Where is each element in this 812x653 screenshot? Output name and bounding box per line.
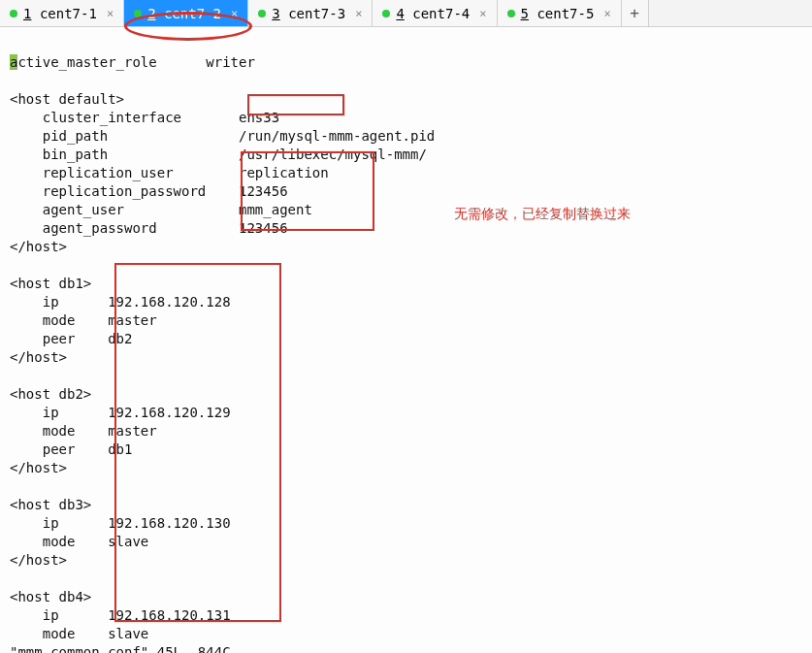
tab-number: 4 cent7-4: [396, 6, 470, 21]
terminal-line: ip 192.168.120.129: [10, 405, 231, 420]
terminal-line: <host db2>: [10, 386, 91, 402]
tab-number: 3 cent7-3: [272, 6, 345, 21]
tab-number: 1 cent7-1: [23, 6, 97, 21]
terminal-line: agent_password 123456: [10, 220, 288, 236]
close-icon[interactable]: ×: [231, 7, 238, 20]
close-icon[interactable]: ×: [355, 7, 362, 20]
terminal-line: bin_path /usr/libexec/mysql-mmm/: [10, 147, 427, 162]
terminal-line: <host db1>: [10, 276, 91, 291]
status-dot-icon: [507, 10, 515, 17]
terminal-line: </host>: [10, 460, 67, 475]
status-line: "mmm common.conf" 45L, 844C: [10, 644, 231, 653]
terminal-line: peer db2: [10, 331, 132, 346]
terminal-line: mode slave: [10, 626, 148, 641]
terminal-line: mode master: [10, 312, 157, 328]
terminal-output[interactable]: active_master_role writer <host default>…: [0, 27, 812, 653]
terminal-line: mode master: [10, 423, 157, 439]
tab-number: 5 cent7-5: [521, 6, 595, 21]
tab-cent7-2[interactable]: 2 cent7-2 ×: [124, 0, 248, 26]
terminal-line: mode slave: [10, 534, 148, 549]
close-icon[interactable]: ×: [479, 7, 486, 20]
terminal-line: agent_user mmm_agent: [10, 202, 312, 217]
tab-cent7-5[interactable]: 5 cent7-5 ×: [498, 0, 622, 26]
tab-bar: 1 cent7-1 × 2 cent7-2 × 3 cent7-3 × 4 ce…: [0, 0, 812, 27]
status-dot-icon: [258, 10, 266, 17]
close-icon[interactable]: ×: [107, 7, 114, 20]
terminal-line: <host db3>: [10, 497, 91, 512]
tab-cent7-1[interactable]: 1 cent7-1 ×: [0, 0, 124, 26]
terminal-line: <host default>: [10, 91, 124, 107]
status-dot-icon: [382, 10, 390, 17]
close-icon[interactable]: ×: [603, 7, 610, 20]
terminal-line: pid_path /run/mysql-mmm-agent.pid: [10, 128, 435, 144]
terminal-line: peer db1: [10, 441, 132, 457]
add-tab-button[interactable]: +: [622, 0, 649, 26]
tab-number: 2 cent7-2: [147, 6, 221, 21]
terminal-line: </host>: [10, 349, 67, 365]
tab-cent7-3[interactable]: 3 cent7-3 ×: [248, 0, 373, 26]
tab-cent7-4[interactable]: 4 cent7-4 ×: [373, 0, 497, 26]
terminal-line: </host>: [10, 239, 67, 254]
terminal-line: ip 192.168.120.128: [10, 294, 231, 310]
terminal-line: ip 192.168.120.130: [10, 515, 231, 531]
status-dot-icon: [10, 10, 17, 17]
annotation-text: 无需修改，已经复制替换过来: [454, 206, 631, 223]
terminal-line: ip 192.168.120.131: [10, 607, 231, 623]
terminal-line: active_master_role writer: [10, 54, 255, 70]
terminal-line: cluster_interface ens33: [10, 110, 279, 125]
terminal-line: replication_user replication: [10, 165, 329, 180]
terminal-line: <host db4>: [10, 589, 91, 604]
terminal-line: replication_password 123456: [10, 183, 288, 199]
terminal-line: </host>: [10, 552, 67, 568]
status-dot-icon: [134, 10, 142, 17]
